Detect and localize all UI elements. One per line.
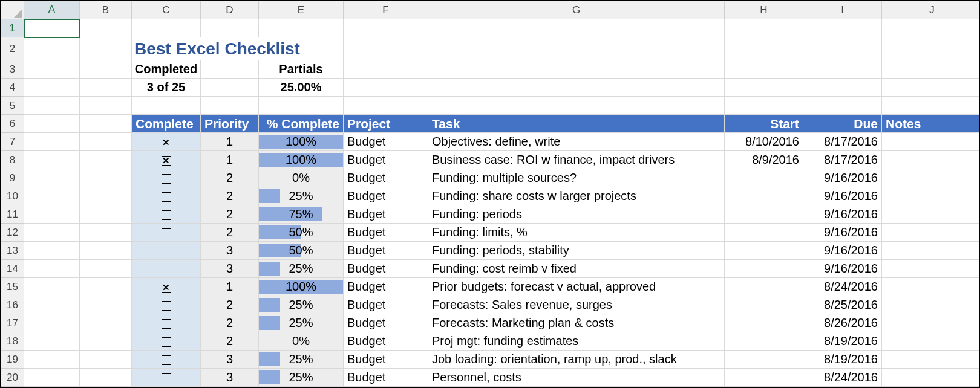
cell[interactable] [80, 351, 132, 369]
cell[interactable] [132, 19, 201, 37]
notes-cell[interactable] [882, 169, 981, 187]
notes-cell[interactable] [882, 278, 981, 296]
notes-cell[interactable] [882, 369, 981, 387]
percent-cell[interactable]: 25% [259, 187, 344, 205]
percent-cell[interactable]: 25% [259, 351, 344, 369]
row-header[interactable]: 5 [1, 97, 24, 115]
cell[interactable] [80, 187, 132, 205]
notes-cell[interactable] [882, 260, 981, 278]
cell[interactable] [80, 79, 132, 97]
start-cell[interactable] [725, 242, 803, 260]
task-cell[interactable]: Job loading: orientation, ramp up, prod.… [428, 351, 725, 369]
complete-cell[interactable] [132, 278, 201, 296]
complete-cell[interactable] [132, 242, 201, 260]
task-cell[interactable]: Forecasts: Sales revenue, surges [428, 296, 725, 314]
cell[interactable] [882, 97, 981, 115]
percent-cell[interactable]: 50% [259, 242, 344, 260]
cell[interactable] [725, 37, 803, 60]
spreadsheet[interactable]: A B C D E F G H I J 1 2 Best Excel Check… [0, 0, 980, 388]
col-header-D[interactable]: D [201, 1, 259, 19]
cell[interactable] [428, 60, 725, 79]
checkbox-unchecked-icon[interactable] [162, 228, 171, 238]
notes-cell[interactable] [882, 242, 981, 260]
project-cell[interactable]: Budget [344, 169, 428, 187]
project-cell[interactable]: Budget [344, 278, 428, 296]
hdr-project[interactable]: Project [344, 115, 428, 133]
row-header[interactable]: 15 [1, 278, 24, 296]
cell[interactable] [80, 37, 132, 60]
cell[interactable] [24, 151, 80, 169]
due-cell[interactable]: 9/16/2016 [803, 224, 882, 242]
priority-cell[interactable]: 3 [201, 242, 259, 260]
cell[interactable] [201, 19, 259, 37]
task-cell[interactable]: Funding: periods [428, 205, 725, 224]
row-header[interactable]: 2 [1, 37, 24, 60]
complete-cell[interactable] [132, 332, 201, 351]
hdr-percent[interactable]: % Complete [259, 115, 344, 133]
due-cell[interactable]: 9/16/2016 [803, 260, 882, 278]
percent-cell[interactable]: 75% [259, 205, 344, 224]
priority-cell[interactable]: 2 [201, 332, 259, 351]
percent-cell[interactable]: 50% [259, 224, 344, 242]
cell[interactable] [80, 133, 132, 151]
hdr-task[interactable]: Task [428, 115, 725, 133]
cell[interactable] [24, 351, 80, 369]
row-header[interactable]: 18 [1, 332, 24, 351]
checkbox-checked-icon[interactable] [162, 283, 171, 293]
notes-cell[interactable] [882, 133, 981, 151]
project-cell[interactable]: Budget [344, 242, 428, 260]
cell[interactable] [80, 151, 132, 169]
task-cell[interactable]: Funding: periods, stability [428, 242, 725, 260]
col-header-G[interactable]: G [428, 1, 725, 19]
complete-cell[interactable] [132, 169, 201, 187]
percent-cell[interactable]: 0% [259, 169, 344, 187]
cell[interactable] [882, 79, 981, 97]
row-header[interactable]: 14 [1, 260, 24, 278]
complete-cell[interactable] [132, 351, 201, 369]
cell[interactable] [80, 314, 132, 332]
complete-cell[interactable] [132, 205, 201, 224]
percent-cell[interactable]: 100% [259, 151, 344, 169]
cell[interactable] [201, 60, 259, 79]
row-header[interactable]: 13 [1, 242, 24, 260]
cell[interactable] [80, 169, 132, 187]
cell[interactable] [428, 37, 725, 60]
hdr-start[interactable]: Start [725, 115, 803, 133]
notes-cell[interactable] [882, 151, 981, 169]
cell[interactable] [80, 369, 132, 387]
cell[interactable] [803, 37, 882, 60]
hdr-complete[interactable]: Complete [132, 115, 201, 133]
checkbox-unchecked-icon[interactable] [162, 337, 171, 347]
task-cell[interactable]: Funding: share costs w larger projects [428, 187, 725, 205]
cell[interactable] [803, 60, 882, 79]
cell[interactable] [803, 79, 882, 97]
cell[interactable] [24, 115, 80, 133]
checkbox-unchecked-icon[interactable] [162, 301, 171, 311]
row-header[interactable]: 1 [1, 19, 24, 37]
cell[interactable] [24, 369, 80, 387]
start-cell[interactable]: 8/10/2016 [725, 133, 803, 151]
cell[interactable] [80, 60, 132, 79]
cell[interactable] [803, 19, 882, 37]
start-cell[interactable] [725, 369, 803, 387]
task-cell[interactable]: Funding: multiple sources? [428, 169, 725, 187]
checkbox-checked-icon[interactable] [162, 156, 171, 166]
cell[interactable] [24, 79, 80, 97]
priority-cell[interactable]: 1 [201, 278, 259, 296]
project-cell[interactable]: Budget [344, 133, 428, 151]
task-cell[interactable]: Objectives: define, write [428, 133, 725, 151]
checkbox-unchecked-icon[interactable] [162, 192, 171, 202]
percent-cell[interactable]: 25% [259, 260, 344, 278]
start-cell[interactable]: 8/9/2016 [725, 151, 803, 169]
start-cell[interactable] [725, 169, 803, 187]
percent-cell[interactable]: 0% [259, 332, 344, 351]
project-cell[interactable]: Budget [344, 187, 428, 205]
complete-cell[interactable] [132, 151, 201, 169]
cell[interactable] [24, 260, 80, 278]
checkbox-unchecked-icon[interactable] [162, 319, 171, 329]
percent-cell[interactable]: 25% [259, 314, 344, 332]
complete-cell[interactable] [132, 224, 201, 242]
complete-cell[interactable] [132, 260, 201, 278]
cell[interactable] [80, 224, 132, 242]
cell-A1[interactable] [24, 19, 80, 37]
